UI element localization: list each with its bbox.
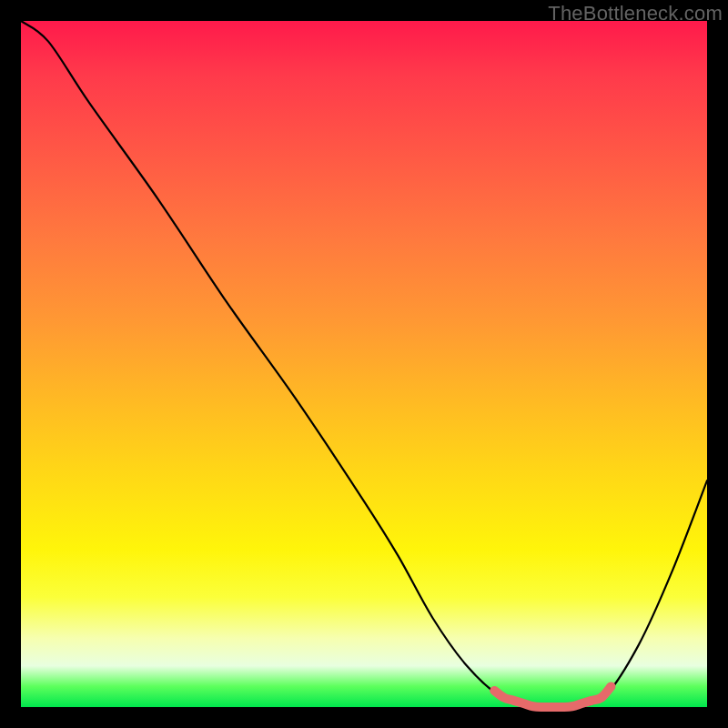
watermark-text: TheBottleneck.com [548, 2, 723, 25]
bottleneck-curve [21, 21, 707, 708]
chart-plot-area [21, 21, 707, 707]
chart-frame: TheBottleneck.com [0, 0, 728, 728]
chart-svg [21, 21, 707, 707]
highlight-segment [494, 686, 611, 707]
